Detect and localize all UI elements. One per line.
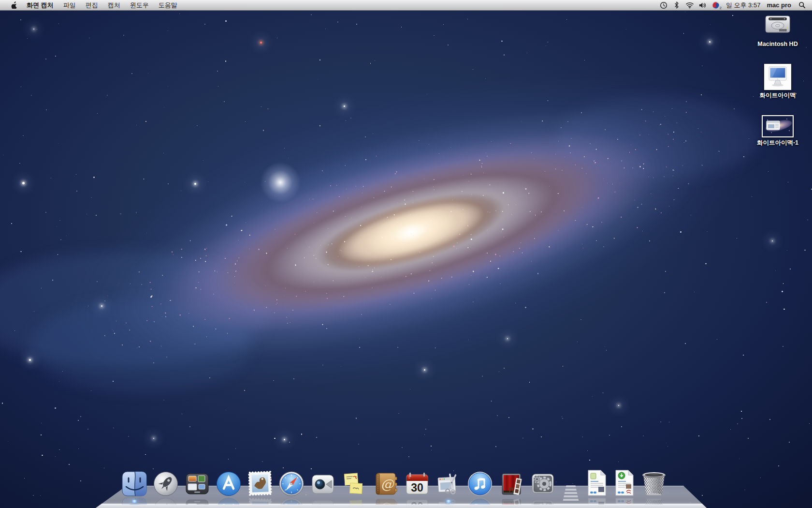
running-app-indicator: [131, 500, 138, 503]
dock-grab-icon[interactable]: [436, 471, 461, 496]
desktop-screen: 화면 캡처파일편집캡처윈도우도움말 2 일 오후 3:57 mac pro Ma…: [0, 0, 812, 508]
desktop-icon-label: 화이트아이맥: [760, 92, 796, 99]
dock-itunes-icon[interactable]: [467, 471, 493, 496]
imac-photo-icon: [764, 64, 791, 90]
dock-mission-control-icon[interactable]: [185, 471, 210, 496]
input-source-badge: 2: [719, 6, 721, 10]
volume-icon[interactable]: [698, 0, 707, 11]
dock-address-book-icon[interactable]: @@: [373, 471, 398, 496]
dock-document-icon[interactable]: [586, 469, 608, 496]
menu-item-5[interactable]: 도움말: [154, 1, 182, 9]
dock-document-download-icon[interactable]: [614, 469, 635, 496]
menu-item-3[interactable]: 캡처: [103, 1, 125, 9]
dock-trash-icon[interactable]: [641, 472, 667, 496]
dock: @@3030: [0, 435, 812, 508]
menu-bar-clock[interactable]: 일 오후 3:57: [726, 1, 761, 10]
desktop-icon-label: Macintosh HD: [757, 41, 798, 47]
dock-finder-icon[interactable]: [122, 471, 147, 496]
dock-ical-icon[interactable]: 3030: [405, 471, 430, 496]
andromeda-galaxy: [20, 0, 801, 463]
desktop-icon-imac-photo[interactable]: 화이트아이맥: [760, 64, 796, 99]
running-app-indicator: [446, 500, 452, 503]
desktop-icon-column: Macintosh HD화이트아이맥화이트아이맥-1: [751, 13, 804, 146]
spotlight-icon[interactable]: [798, 0, 806, 11]
desktop-icon-label: 화이트아이맥-1: [757, 139, 798, 146]
korean-input-icon[interactable]: 2: [711, 0, 720, 11]
menu-bar: 화면 캡처파일편집캡처윈도우도움말 2 일 오후 3:57 mac pro: [0, 0, 812, 11]
dock-stickies-icon[interactable]: [342, 471, 367, 496]
hard-drive-icon: [763, 13, 792, 39]
menu-item-0[interactable]: 화면 캡처: [22, 1, 58, 9]
menu-item-2[interactable]: 편집: [81, 1, 103, 9]
time-machine-icon[interactable]: [659, 0, 668, 11]
dock-safari-icon[interactable]: [279, 471, 304, 496]
dock-facetime-icon[interactable]: [310, 471, 335, 496]
desktop-icon-hard-drive[interactable]: Macintosh HD: [757, 13, 798, 47]
dock-system-preferences-icon[interactable]: [530, 471, 555, 496]
bluetooth-icon[interactable]: [672, 0, 681, 11]
wifi-icon[interactable]: [685, 0, 694, 11]
menu-item-1[interactable]: 파일: [58, 1, 81, 9]
dock-mail-icon[interactable]: [247, 469, 273, 496]
dock-app-store-icon[interactable]: [216, 471, 241, 496]
svg-text:@: @: [381, 477, 394, 492]
apple-menu[interactable]: [7, 0, 22, 11]
dock-separator: [563, 484, 579, 502]
companion-galaxy-glow: [260, 162, 301, 203]
dock-photo-booth-icon[interactable]: [499, 471, 524, 496]
dock-items: @@3030: [122, 469, 667, 496]
dock-launchpad-icon[interactable]: [153, 471, 178, 496]
desktop-icon-screenshot-photo[interactable]: 화이트아이맥-1: [757, 115, 798, 146]
menu-item-4[interactable]: 윈도우: [125, 1, 154, 9]
svg-text:30: 30: [411, 481, 423, 494]
screenshot-photo-icon: [762, 115, 794, 137]
wallpaper: [0, 0, 812, 508]
menu-bar-username[interactable]: mac pro: [767, 1, 791, 9]
